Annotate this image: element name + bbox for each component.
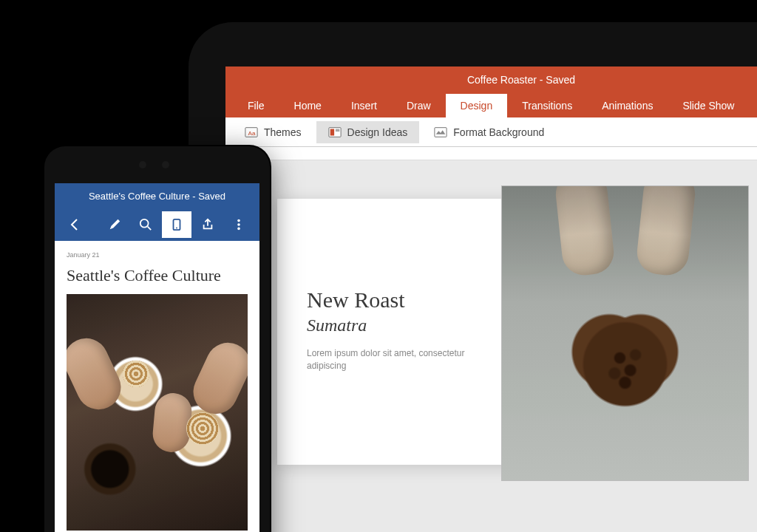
coffee-beans-photo	[501, 185, 749, 481]
search-icon	[139, 218, 152, 231]
share-icon	[201, 218, 214, 231]
svg-rect-4	[335, 129, 339, 132]
powerpoint-title-bar: Coffee Roaster - Saved	[225, 66, 757, 92]
document-date: January 21	[67, 251, 248, 259]
search-button[interactable]	[131, 211, 160, 238]
back-button[interactable]	[61, 211, 90, 238]
themes-label: Themes	[264, 126, 302, 138]
tab-design[interactable]: Design	[446, 94, 508, 117]
design-ideas-icon	[328, 126, 342, 139]
word-app-window: Seattle's Coffee Culture - Saved	[55, 183, 259, 532]
word-toolbar	[55, 208, 259, 241]
document-title: Coffee Roaster - Saved	[467, 74, 575, 86]
themes-button[interactable]: Aa Themes	[233, 121, 313, 143]
tab-home[interactable]: Home	[279, 94, 336, 117]
mobile-view-icon	[170, 218, 183, 231]
latte-art-photo	[67, 294, 248, 531]
more-button[interactable]	[224, 211, 254, 238]
format-background-icon	[434, 126, 447, 139]
slide-body-text: Lorem ipsum dolor sit amet, consectetur …	[307, 347, 466, 372]
tab-transitions[interactable]: Transitions	[507, 94, 587, 117]
ribbon-tab-strip: File Home Insert Draw Design Transitions…	[225, 92, 757, 117]
document-title: Seattle's Coffee Culture - Saved	[89, 191, 225, 202]
slide-editor-canvas: 1 2 3 4 5 6 New Roast Sumatra Lorem ipsu…	[225, 147, 757, 532]
edit-button[interactable]	[100, 211, 129, 238]
tablet-device-frame: Coffee Roaster - Saved File Home Insert …	[189, 22, 757, 532]
tab-draw[interactable]: Draw	[392, 94, 446, 117]
word-title-bar: Seattle's Coffee Culture - Saved	[55, 183, 259, 208]
hand-center	[151, 392, 193, 454]
svg-point-9	[237, 219, 240, 222]
more-vertical-icon	[232, 218, 245, 231]
active-slide[interactable]: New Roast Sumatra Lorem ipsum dolor sit …	[277, 199, 736, 465]
powerpoint-app-window: Coffee Roaster - Saved File Home Insert …	[225, 66, 757, 532]
document-body[interactable]: January 21 Seattle's Coffee Culture	[55, 241, 259, 532]
document-hero-image[interactable]	[67, 294, 248, 531]
pencil-icon	[108, 218, 121, 231]
svg-point-11	[237, 228, 240, 231]
slide-text-block[interactable]: New Roast Sumatra Lorem ipsum dolor sit …	[277, 199, 488, 465]
share-button[interactable]	[193, 211, 223, 238]
horizontal-ruler	[242, 147, 757, 160]
svg-rect-3	[330, 129, 333, 135]
svg-point-6	[140, 219, 149, 228]
phone-device-frame: Seattle's Coffee Culture - Saved	[44, 146, 270, 532]
hand-left	[67, 331, 128, 417]
format-background-label: Format Background	[453, 126, 544, 138]
design-ideas-button[interactable]: Design Ideas	[316, 121, 420, 143]
design-ideas-label: Design Ideas	[347, 126, 408, 138]
themes-icon: Aa	[245, 126, 258, 139]
coffee-beans-detail	[501, 185, 749, 481]
slide-heading: New Roast	[307, 287, 466, 313]
tab-insert[interactable]: Insert	[336, 94, 392, 117]
svg-point-10	[237, 223, 240, 226]
document-heading: Seattle's Coffee Culture	[67, 266, 248, 285]
svg-rect-5	[435, 127, 447, 137]
slide-subheading: Sumatra	[307, 316, 466, 335]
svg-point-8	[176, 228, 177, 229]
tab-animations[interactable]: Animations	[587, 94, 668, 117]
mobile-view-button[interactable]	[162, 211, 191, 238]
svg-text:Aa: Aa	[248, 129, 256, 136]
tab-file[interactable]: File	[233, 94, 279, 117]
format-background-button[interactable]: Format Background	[422, 121, 556, 143]
hand-right	[186, 335, 248, 421]
tab-slide-show[interactable]: Slide Show	[668, 94, 749, 117]
tab-review[interactable]: Review	[749, 94, 757, 117]
slide-image[interactable]	[501, 185, 749, 481]
design-ribbon: Aa Themes Design Ideas Format Background	[225, 117, 757, 147]
word-header: Seattle's Coffee Culture - Saved	[55, 183, 259, 241]
back-arrow-icon	[68, 217, 83, 232]
